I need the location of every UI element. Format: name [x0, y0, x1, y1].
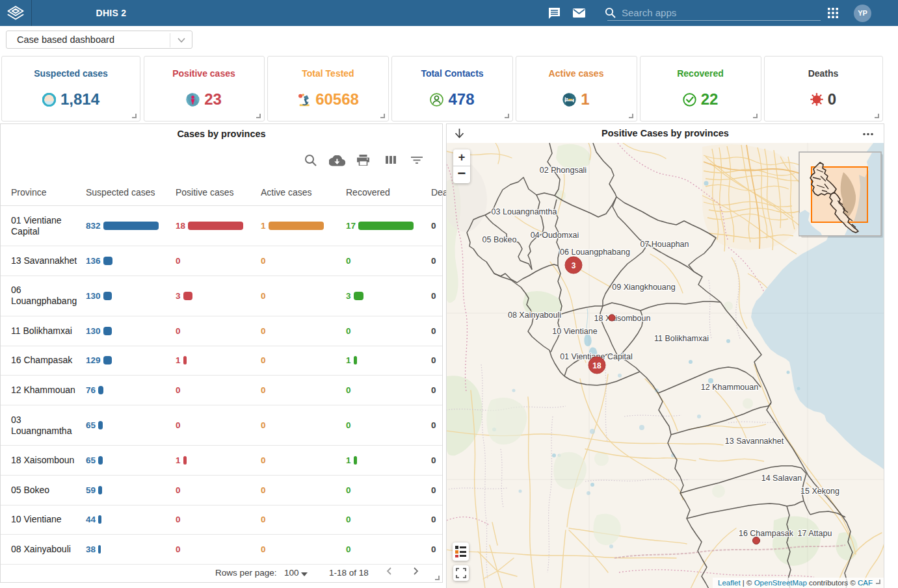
- svg-text:16 Champasak: 16 Champasak: [739, 529, 794, 538]
- svg-text:07 Houaphan: 07 Houaphan: [640, 240, 689, 249]
- svg-text:17 Attapu: 17 Attapu: [798, 529, 832, 538]
- svg-text:04 Oudomxai: 04 Oudomxai: [531, 231, 579, 240]
- svg-text:18 Xaisomboun: 18 Xaisomboun: [594, 314, 651, 323]
- svg-text:14 Salavan: 14 Salavan: [761, 474, 802, 483]
- svg-text:10 Vientiane: 10 Vientiane: [552, 327, 597, 336]
- svg-text:03 Louangnamtha: 03 Louangnamtha: [492, 207, 557, 216]
- svg-text:06 Louangphabang: 06 Louangphabang: [560, 248, 630, 257]
- svg-text:12 Khammouan: 12 Khammouan: [701, 383, 758, 392]
- svg-text:05 Bokeo: 05 Bokeo: [482, 235, 517, 244]
- svg-text:3: 3: [572, 261, 576, 270]
- svg-text:02 Phongsali: 02 Phongsali: [540, 166, 587, 175]
- svg-text:18: 18: [592, 361, 601, 370]
- svg-text:11 Bolikhamxai: 11 Bolikhamxai: [654, 334, 709, 343]
- svg-text:08 Xainyabouli: 08 Xainyabouli: [508, 311, 561, 320]
- svg-text:09 Xiangkhouang: 09 Xiangkhouang: [612, 283, 675, 292]
- svg-text:13 Savannakhet: 13 Savannakhet: [725, 437, 784, 446]
- svg-text:15 Xekong: 15 Xekong: [800, 487, 839, 496]
